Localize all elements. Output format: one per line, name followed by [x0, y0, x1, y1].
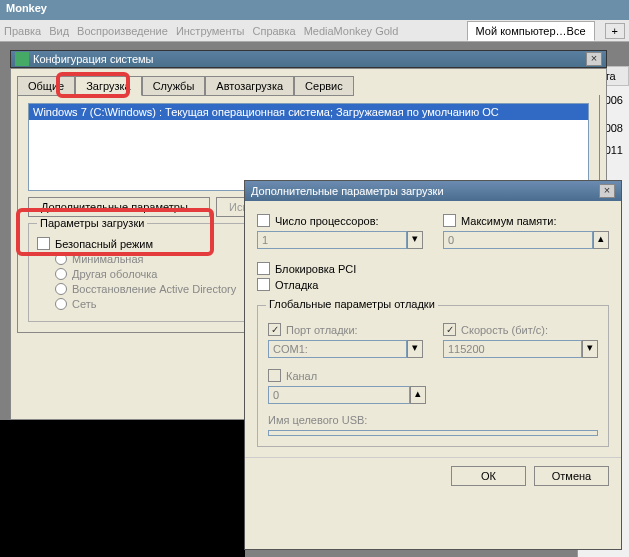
advboot-close-button[interactable]: × — [599, 184, 615, 198]
tab-tools[interactable]: Сервис — [294, 76, 354, 96]
msconfig-icon — [15, 52, 29, 66]
cpu-row[interactable]: Число процессоров: — [257, 214, 423, 227]
radio-minimal-label: Минимальная — [72, 253, 144, 265]
port-label: Порт отладки: — [286, 324, 358, 336]
mem-combo: 0 ▴ — [443, 231, 609, 249]
pci-checkbox[interactable] — [257, 262, 270, 275]
channel-combo: 0 ▴ — [268, 386, 426, 404]
cpu-value: 1 — [257, 231, 407, 249]
os-list[interactable]: Windows 7 (C:\Windows) : Текущая операци… — [28, 103, 589, 191]
chevron-down-icon: ▾ — [407, 340, 423, 358]
channel-label: Канал — [286, 370, 317, 382]
menu-playback[interactable]: Воспроизведение — [77, 25, 168, 37]
add-tab-button[interactable]: + — [605, 23, 625, 39]
channel-checkbox — [268, 369, 281, 382]
dialog-buttons: ОК Отмена — [245, 457, 621, 494]
app-title-bar: Monkey — [0, 0, 629, 20]
black-area — [0, 420, 245, 557]
debug-row[interactable]: Отладка — [257, 278, 609, 291]
tab-boot[interactable]: Загрузка — [75, 76, 141, 96]
msconfig-tabs: Общие Загрузка Службы Автозагрузка Серви… — [11, 69, 606, 95]
radio-altshell — [55, 268, 67, 280]
speed-combo: 115200 ▾ — [443, 340, 598, 358]
debug-label: Отладка — [275, 279, 318, 291]
msconfig-titlebar[interactable]: Конфигурация системы × — [10, 50, 607, 68]
tab-services[interactable]: Службы — [142, 76, 206, 96]
debug-checkbox[interactable] — [257, 278, 270, 291]
cpu-checkbox[interactable] — [257, 214, 270, 227]
usb-input-wrap — [268, 430, 598, 436]
mem-label: Максимум памяти: — [461, 215, 557, 227]
speed-checkbox — [443, 323, 456, 336]
global-debug-group: Глобальные параметры отладки Порт отладк… — [257, 305, 609, 447]
advboot-title-text: Дополнительные параметры загрузки — [251, 185, 444, 197]
menu-gold[interactable]: MediaMonkey Gold — [304, 25, 399, 37]
radio-minimal — [55, 253, 67, 265]
port-row: Порт отладки: — [268, 323, 423, 336]
mem-checkbox[interactable] — [443, 214, 456, 227]
advboot-window: Дополнительные параметры загрузки × Числ… — [244, 180, 622, 550]
radio-adrestore-label: Восстановление Active Directory — [72, 283, 236, 295]
ok-button[interactable]: ОК — [451, 466, 526, 486]
os-list-item[interactable]: Windows 7 (C:\Windows) : Текущая операци… — [29, 104, 588, 120]
safe-mode-label: Безопасный режим — [55, 238, 153, 250]
usb-input — [268, 430, 598, 436]
safe-mode-checkbox[interactable] — [37, 237, 50, 250]
radio-network — [55, 298, 67, 310]
pci-label: Блокировка PCI — [275, 263, 356, 275]
port-value: COM1: — [268, 340, 407, 358]
usb-label: Имя целевого USB: — [268, 414, 598, 426]
advboot-titlebar[interactable]: Дополнительные параметры загрузки × — [245, 181, 621, 201]
menu-view[interactable]: Вид — [49, 25, 69, 37]
advanced-options-button[interactable]: Дополнительные параметры... — [28, 197, 210, 217]
mem-row[interactable]: Максимум памяти: — [443, 214, 609, 227]
radio-altshell-label: Другая оболочка — [72, 268, 157, 280]
mem-value: 0 — [443, 231, 593, 249]
menu-edit[interactable]: Правка — [4, 25, 41, 37]
tab-general[interactable]: Общие — [17, 76, 75, 96]
cancel-button[interactable]: Отмена — [534, 466, 609, 486]
global-debug-label: Глобальные параметры отладки — [266, 298, 438, 310]
msconfig-close-button[interactable]: × — [586, 52, 602, 66]
cpu-label: Число процессоров: — [275, 215, 379, 227]
msconfig-title: Конфигурация системы — [33, 53, 154, 65]
radio-adrestore — [55, 283, 67, 295]
stepper-icon: ▴ — [593, 231, 609, 249]
tab-startup[interactable]: Автозагрузка — [205, 76, 294, 96]
pci-row[interactable]: Блокировка PCI — [257, 262, 609, 275]
port-combo: COM1: ▾ — [268, 340, 423, 358]
stepper-icon: ▴ — [410, 386, 426, 404]
menu-bar: Правка Вид Воспроизведение Инструменты С… — [0, 20, 629, 42]
app-title: Monkey — [6, 2, 47, 14]
menu-tools[interactable]: Инструменты — [176, 25, 245, 37]
app-tab-mycomputer[interactable]: Мой компьютер…Все — [467, 21, 595, 41]
speed-row: Скорость (бит/с): — [443, 323, 598, 336]
chevron-down-icon: ▾ — [582, 340, 598, 358]
speed-label: Скорость (бит/с): — [461, 324, 548, 336]
boot-options-label: Параметры загрузки — [37, 217, 147, 229]
channel-value: 0 — [268, 386, 410, 404]
cpu-combo: 1 ▾ — [257, 231, 423, 249]
radio-network-label: Сеть — [72, 298, 96, 310]
port-checkbox — [268, 323, 281, 336]
speed-value: 115200 — [443, 340, 582, 358]
chevron-down-icon: ▾ — [407, 231, 423, 249]
channel-row: Канал — [268, 369, 598, 382]
menu-help[interactable]: Справка — [252, 25, 295, 37]
